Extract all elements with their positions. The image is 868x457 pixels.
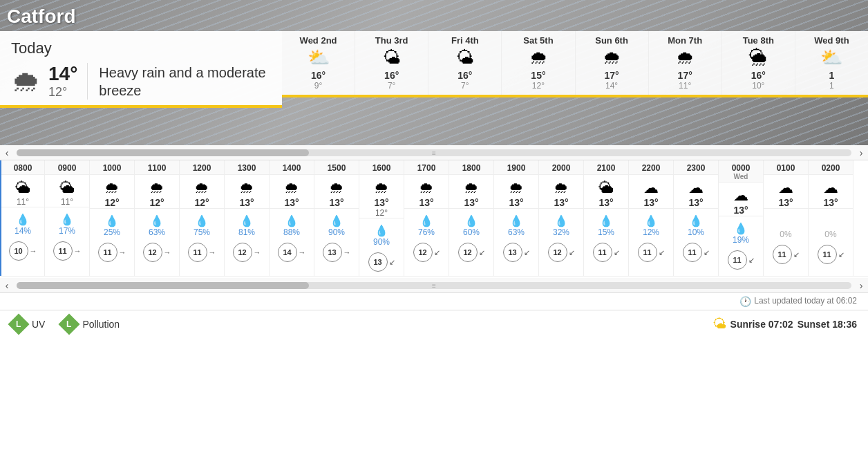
wind-arrow: ↙ — [704, 248, 710, 257]
forecast-day-0[interactable]: Wed 2nd ⛅ 16° 9° — [282, 31, 355, 95]
scroll-right-arrow-bottom[interactable]: › — [854, 280, 868, 291]
forecast-day-4[interactable]: Sun 6th 🌧 17° 14° — [576, 31, 649, 95]
scroll-track-bottom[interactable]: ≡ — [17, 282, 851, 289]
wind-arrow: ↙ — [793, 250, 800, 259]
wind-arrow: → — [299, 248, 306, 257]
hour-weather-icon: 🌧 — [90, 175, 134, 197]
hour-wind: 11 ↙ — [629, 239, 673, 266]
forecast-day-7[interactable]: Wed 9th ⛅ 1 1 — [795, 31, 868, 95]
forecast-day-1[interactable]: Thu 3rd 🌤 16° 7° — [355, 31, 428, 95]
wind-arrow: → — [209, 248, 216, 257]
wind-arrow: ↙ — [389, 258, 395, 267]
hour-col-1200: 1200 🌧 12° 💧 75% 11 → — [180, 160, 225, 276]
rain-percent: 76% — [404, 227, 449, 237]
hour-weather-icon: ☁ — [674, 175, 718, 197]
hour-wind: 11 ↙ — [719, 246, 763, 274]
hour-weather-icon: 🌧 — [539, 175, 583, 197]
forecast-day-name: Thu 3rd — [358, 35, 425, 46]
forecast-day-low: 1 — [798, 81, 865, 91]
wind-arrow: → — [30, 247, 37, 255]
wind-speed: 13 — [503, 243, 522, 262]
hour-label: 0100 — [764, 160, 808, 175]
hour-label: 1300 — [225, 160, 269, 175]
hour-weather-icon: 🌧 — [449, 175, 493, 197]
scroll-track-top[interactable]: ≡ — [17, 149, 851, 156]
hour-label: 1900 — [494, 160, 538, 175]
rain-percent: 60% — [449, 227, 493, 237]
hour-col-1500: 1500 🌧 13° 💧 90% 13 → — [314, 160, 359, 276]
scroll-nav-bottom: ‹ ≡ › — [0, 278, 868, 293]
hour-wind: 11 ↙ — [584, 239, 628, 266]
scroll-nav-top: ‹ ≡ › — [0, 145, 868, 160]
hour-rain: 0% — [764, 208, 808, 241]
hour-weather-icon: 🌧 — [314, 175, 359, 197]
hour-label: 1500 — [314, 160, 359, 175]
hourly-table: 0800 🌥 11° 💧 14% 10 → 0900 🌥 11° 💧 17% 1… — [0, 160, 868, 277]
sunset-text: Sunset 18:36 — [798, 319, 857, 330]
forecast-day-3[interactable]: Sat 5th 🌧 15° 12° — [502, 31, 575, 95]
forecast-day-high: 16° — [358, 70, 425, 81]
hour-col-0100: 0100 ☁ 13° 0% 11 ↙ — [764, 160, 809, 276]
wind-arrow: → — [343, 248, 351, 257]
rain-icon: 💧 — [359, 224, 404, 237]
hour-temp-high: 12° — [135, 197, 179, 208]
wind-arrow: ↙ — [748, 256, 755, 265]
hour-weather-icon: 🌧 — [359, 175, 404, 197]
hour-temp-high: 12° — [90, 197, 134, 208]
hour-rain: 0% — [809, 208, 853, 241]
hour-label: 2000 — [539, 160, 583, 175]
hour-weather-icon: 🌥 — [1, 175, 44, 197]
wind-arrow: → — [74, 247, 82, 255]
forecast-day-icon: 🌦 — [725, 47, 792, 68]
hour-rain: 💧 32% — [539, 208, 583, 239]
last-updated-text: Last updated today at 06:02 — [754, 296, 857, 307]
hour-col-1700: 1700 🌧 13° 💧 76% 12 ↙ — [404, 160, 449, 276]
forecast-day-2[interactable]: Fri 4th 🌤 16° 7° — [428, 31, 502, 95]
hour-label: 2100 — [584, 160, 628, 175]
pollution-diamond: L — [59, 313, 80, 335]
hour-temp-high: 13° — [809, 197, 853, 208]
forecast-strip: Wed 2nd ⛅ 16° 9° Thu 3rd 🌤 16° 7° Fri 4t… — [282, 31, 868, 97]
rain-icon: 💧 — [135, 214, 179, 227]
rain-percent: 75% — [180, 227, 224, 237]
rain-icon: 💧 — [180, 214, 224, 227]
forecast-day-icon: 🌧 — [504, 47, 572, 68]
today-temp-high: 14° — [48, 63, 77, 85]
hour-rain: 💧 14% — [1, 207, 44, 237]
hour-wind: 11 → — [90, 239, 134, 266]
forecast-day-name: Tue 8th — [725, 35, 792, 46]
rain-percent: 63% — [135, 227, 179, 237]
rain-icon: 💧 — [314, 214, 359, 227]
hour-temp-low: 11° — [45, 197, 89, 207]
forecast-day-name: Wed 2nd — [285, 35, 352, 46]
rain-percent: 10% — [674, 227, 718, 237]
forecast-day-6[interactable]: Tue 8th 🌦 16° 10° — [722, 31, 795, 95]
forecast-day-5[interactable]: Mon 7th 🌧 17° 11° — [649, 31, 722, 95]
hour-wind: 12 ↙ — [449, 239, 493, 266]
rain-percent: 0% — [809, 230, 853, 239]
hour-rain: 💧 15% — [584, 208, 628, 239]
forecast-day-high: 15° — [504, 70, 572, 81]
hour-col-0200: 0200 ☁ 13° 0% 11 ↙ — [809, 160, 853, 276]
wind-speed: 12 — [548, 243, 567, 262]
hour-label: 1700 — [404, 160, 449, 175]
hour-col-2000: 2000 🌧 13° 💧 32% 12 ↙ — [539, 160, 584, 276]
wind-speed: 11 — [638, 243, 657, 262]
hour-wind: 13 → — [314, 239, 359, 266]
hour-col-1300: 1300 🌧 13° 💧 81% 12 → — [225, 160, 270, 276]
today-temps: 14° 12° — [48, 63, 88, 100]
scroll-left-arrow-bottom[interactable]: ‹ — [0, 280, 14, 291]
forecast-day-low: 14° — [578, 81, 645, 91]
today-weather-icon: 🌧 — [11, 65, 40, 98]
hour-temp-high: 13° — [629, 197, 673, 208]
hour-label: 1200 — [180, 160, 224, 175]
scroll-right-arrow[interactable]: › — [854, 147, 868, 158]
bottom-left: L UV L Pollution — [11, 317, 120, 332]
pollution-indicator: L Pollution — [62, 317, 120, 332]
rain-icon: 💧 — [584, 214, 628, 227]
today-temp-low: 12° — [48, 85, 77, 100]
scroll-left-arrow[interactable]: ‹ — [0, 147, 14, 158]
hour-temp-high: 13° — [764, 197, 808, 208]
hour-wind: 14 → — [270, 239, 314, 266]
hour-col-0900: 0900 🌥 11° 💧 17% 11 → — [45, 160, 90, 276]
